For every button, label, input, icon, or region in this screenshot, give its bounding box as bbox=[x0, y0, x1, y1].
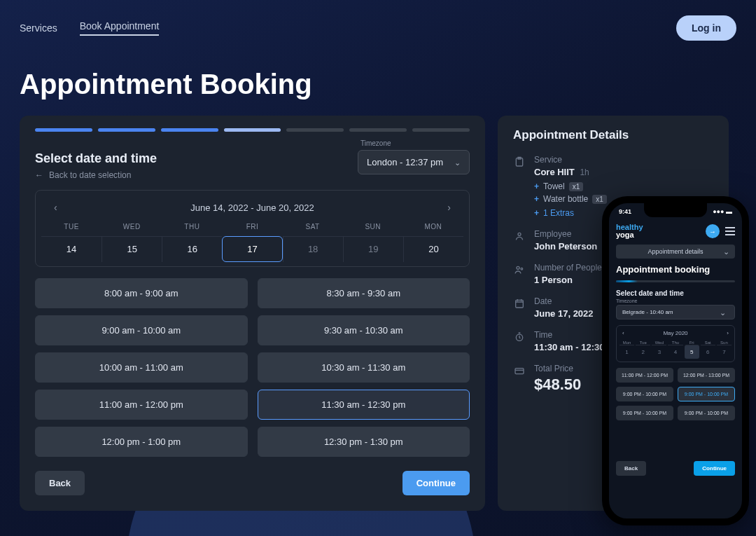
calendar-date[interactable]: 16 bbox=[162, 236, 222, 262]
svg-point-1 bbox=[518, 233, 521, 235]
time-slot[interactable]: 12:00 pm - 1:00 pm bbox=[35, 427, 248, 457]
service-duration: 1h bbox=[580, 167, 589, 177]
continue-button[interactable]: Continue bbox=[402, 471, 470, 495]
people-value: 1 Person bbox=[534, 275, 602, 285]
back-button[interactable]: Back bbox=[35, 471, 85, 495]
phone-continue-button[interactable]: Continue bbox=[694, 461, 735, 476]
price-label: Total Price bbox=[534, 364, 581, 373]
service-value: Core HIIT bbox=[534, 167, 575, 177]
price-value: $48.50 bbox=[534, 376, 581, 394]
employee-label: Employee bbox=[534, 229, 597, 239]
phone-details-toggle[interactable]: Appointment details ⌄ bbox=[616, 245, 735, 259]
timezone-value: London - 12:37 pm bbox=[367, 157, 443, 167]
phone-date[interactable]: 6 bbox=[701, 345, 715, 359]
details-title: Appointment Details bbox=[513, 128, 713, 142]
time-slot[interactable]: 11:30 am - 12:30 pm bbox=[258, 390, 470, 420]
day-of-week: SUN bbox=[343, 223, 403, 236]
time-slot[interactable]: 12:30 pm - 1:30 pm bbox=[258, 427, 470, 457]
phone-back-button[interactable]: Back bbox=[616, 461, 646, 476]
phone-date[interactable]: 2 bbox=[636, 345, 650, 359]
nav-book-appointment[interactable]: Book Appointment bbox=[80, 20, 160, 36]
service-label: Service bbox=[534, 155, 607, 165]
time-value: 11:30 am - 12:30 bbox=[534, 342, 604, 352]
progress-bar bbox=[35, 128, 470, 132]
phone-time-slot[interactable]: 11:00 PM - 12:00 PM bbox=[616, 368, 673, 383]
time-slot[interactable]: 11:00 am - 12:00 pm bbox=[35, 390, 248, 420]
extra-item: +Towelx1 bbox=[534, 181, 607, 191]
time-slot[interactable]: 10:30 am - 11:30 am bbox=[258, 352, 470, 383]
svg-point-3 bbox=[521, 268, 523, 270]
calendar-date[interactable]: 19 bbox=[343, 236, 403, 262]
phone-cal-next[interactable]: › bbox=[727, 330, 729, 336]
calendar-date[interactable]: 17 bbox=[222, 236, 282, 262]
phone-user-avatar[interactable]: → bbox=[706, 224, 720, 238]
calendar-date[interactable]: 15 bbox=[102, 236, 162, 262]
day-of-week: WED bbox=[102, 223, 162, 236]
people-label: Number of People bbox=[534, 263, 602, 273]
arrow-left-icon: ← bbox=[35, 170, 43, 180]
date-label: Date bbox=[534, 296, 594, 306]
employee-value: John Peterson bbox=[534, 241, 597, 252]
employee-icon bbox=[513, 229, 526, 252]
extras-expand-link[interactable]: 1 Extras bbox=[543, 208, 574, 218]
time-slot[interactable]: 8:00 am - 9:00 am bbox=[35, 278, 248, 308]
timezone-label: Timezone bbox=[358, 139, 470, 147]
time-label: Time bbox=[534, 330, 604, 340]
phone-timezone-select[interactable]: Belgrade - 10:40 am ⌄ bbox=[616, 305, 735, 319]
phone-mockup: 9:41 ●●● ▬ healthyyoga → Appointment det… bbox=[602, 196, 749, 525]
calendar-prev[interactable]: ‹ bbox=[48, 199, 63, 216]
price-icon bbox=[513, 364, 526, 394]
phone-date[interactable]: 5 bbox=[685, 345, 699, 359]
time-slot[interactable]: 9:00 am - 10:00 am bbox=[35, 315, 248, 345]
svg-rect-6 bbox=[515, 369, 524, 374]
phone-cal-prev[interactable]: ‹ bbox=[622, 330, 624, 336]
phone-tz-label: Timezone bbox=[616, 298, 735, 303]
nav-services[interactable]: Services bbox=[20, 22, 57, 34]
date-value: June 17, 2022 bbox=[534, 308, 594, 319]
phone-date[interactable]: 1 bbox=[620, 345, 634, 359]
time-slot[interactable]: 8:30 am - 9:30 am bbox=[258, 278, 470, 308]
phone-time-slot[interactable]: 9:00 PM - 10:00 PM bbox=[678, 406, 735, 420]
day-of-week: FRI bbox=[222, 223, 282, 236]
calendar-date[interactable]: 18 bbox=[283, 236, 343, 262]
phone-time-slot[interactable]: 9:00 PM - 10:00 PM bbox=[616, 406, 673, 420]
phone-logo: healthyyoga bbox=[616, 224, 643, 239]
page-title: Appointment Booking bbox=[0, 49, 756, 116]
phone-time-slot[interactable]: 12:00 PM - 13:00 PM bbox=[678, 368, 735, 383]
time-slot[interactable]: 9:30 am - 10:30 am bbox=[258, 315, 470, 345]
day-of-week: THU bbox=[162, 223, 222, 236]
calendar-next[interactable]: › bbox=[442, 199, 456, 216]
phone-step-title: Select date and time bbox=[616, 289, 735, 297]
phone-date[interactable]: 7 bbox=[717, 345, 732, 359]
phone-progress bbox=[616, 280, 735, 282]
calendar-range: June 14, 2022 - June 20, 2022 bbox=[190, 202, 314, 213]
chevron-down-icon: ⌄ bbox=[723, 247, 729, 256]
phone-heading: Appointment booking bbox=[616, 264, 735, 275]
day-of-week: TUE bbox=[41, 223, 102, 236]
login-button[interactable]: Log in bbox=[676, 15, 736, 41]
phone-cal-month: May 2020 bbox=[663, 330, 687, 336]
plus-icon: + bbox=[534, 194, 539, 204]
calendar-date[interactable]: 20 bbox=[403, 236, 463, 262]
phone-statusbar-right: ●●● ▬ bbox=[713, 208, 732, 215]
phone-date[interactable]: 3 bbox=[652, 345, 666, 359]
calendar: ‹ June 14, 2022 - June 20, 2022 › TUEWED… bbox=[35, 190, 470, 267]
phone-date[interactable]: 4 bbox=[668, 345, 682, 359]
svg-rect-4 bbox=[516, 300, 524, 308]
chevron-down-icon: ⌄ bbox=[720, 308, 726, 317]
phone-time-slot[interactable]: 9:00 PM - 10:00 PM bbox=[616, 387, 673, 401]
top-nav: Services Book Appointment Log in bbox=[0, 0, 756, 49]
booking-card: Timezone London - 12:37 pm ⌄ Select date… bbox=[20, 116, 485, 511]
phone-calendar: ‹ May 2020 › MonTueWedThuFriSatSun 12345… bbox=[616, 325, 735, 362]
hamburger-icon[interactable] bbox=[725, 227, 735, 235]
svg-point-2 bbox=[517, 266, 519, 269]
clock-icon bbox=[513, 330, 526, 352]
plus-icon: + bbox=[534, 181, 539, 191]
phone-statusbar-time: 9:41 bbox=[619, 208, 631, 215]
phone-time-slot[interactable]: 9:00 PM - 10:00 PM bbox=[678, 387, 735, 401]
time-slot[interactable]: 10:00 am - 11:00 am bbox=[35, 352, 248, 383]
timezone-field[interactable]: Timezone London - 12:37 pm ⌄ bbox=[358, 139, 470, 174]
day-of-week: SAT bbox=[283, 223, 343, 236]
calendar-date[interactable]: 14 bbox=[41, 236, 102, 262]
plus-icon: + bbox=[534, 208, 539, 218]
